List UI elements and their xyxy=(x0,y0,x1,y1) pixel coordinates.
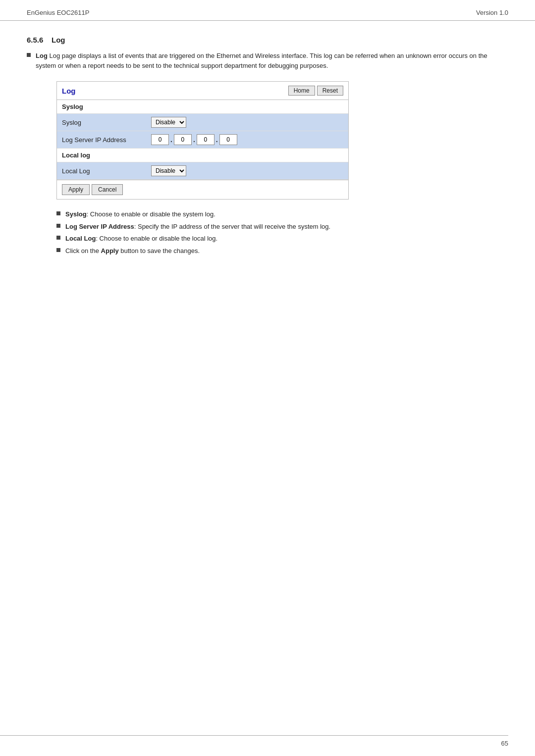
ip-octet-2[interactable] xyxy=(174,134,192,145)
section-number: 6.5.6 xyxy=(27,36,43,44)
header-version: Version 1.0 xyxy=(476,9,508,16)
ip-octet-1[interactable] xyxy=(151,134,169,145)
intro-text: Log Log page displays a list of events t… xyxy=(36,51,508,70)
ip-dot-3: . xyxy=(216,136,218,144)
local-log-select[interactable]: Disable Enable xyxy=(151,165,186,176)
intro-list: Log Log page displays a list of events t… xyxy=(27,51,508,70)
bullet-icon xyxy=(27,53,31,57)
note-local-log: Local Log: Choose to enable or disable t… xyxy=(56,234,508,244)
syslog-label: Syslog xyxy=(62,119,151,126)
ip-octet-3[interactable] xyxy=(197,134,214,145)
panel-buttons: Home Reset xyxy=(288,86,343,96)
main-content: 6.5.6 Log Log Log page displays a list o… xyxy=(0,21,535,278)
log-server-ip-row: Log Server IP Address . . . xyxy=(57,131,348,149)
note-log-server-ip: Log Server IP Address: Specify the IP ad… xyxy=(56,222,508,232)
local-log-section-label: Local log xyxy=(57,149,348,162)
ip-dot-1: . xyxy=(170,136,172,144)
note-syslog: Syslog: Choose to enable or disable the … xyxy=(56,209,508,219)
panel-footer: Apply Cancel xyxy=(57,180,348,199)
apply-button[interactable]: Apply xyxy=(62,184,90,195)
ip-control: . . . xyxy=(151,134,237,145)
local-log-control: Disable Enable xyxy=(151,165,186,176)
ip-input: . . . xyxy=(151,134,237,145)
syslog-section-label: Syslog xyxy=(57,100,348,114)
panel-header: Log Home Reset xyxy=(57,82,348,100)
header-brand: EnGenius EOC2611P xyxy=(27,9,89,16)
local-log-row: Local Log Disable Enable xyxy=(57,162,348,180)
note-apply: Click on the Apply button to save the ch… xyxy=(56,246,508,256)
notes-list: Syslog: Choose to enable or disable the … xyxy=(56,209,508,255)
syslog-row: Syslog Disable Enable xyxy=(57,114,348,131)
ip-dot-2: . xyxy=(193,136,195,144)
bullet-icon xyxy=(56,211,60,215)
local-log-label: Local Log xyxy=(62,167,151,175)
bullet-icon xyxy=(56,224,60,228)
page-header: EnGenius EOC2611P Version 1.0 xyxy=(0,0,535,21)
reset-button[interactable]: Reset xyxy=(317,86,343,96)
home-button[interactable]: Home xyxy=(288,86,315,96)
syslog-select[interactable]: Disable Enable xyxy=(151,117,186,128)
syslog-control: Disable Enable xyxy=(151,117,186,128)
intro-item: Log Log page displays a list of events t… xyxy=(27,51,508,70)
ip-octet-4[interactable] xyxy=(219,134,237,145)
note-local-log-text: Local Log: Choose to enable or disable t… xyxy=(65,234,217,244)
log-panel: Log Home Reset Syslog Syslog Disable Ena… xyxy=(56,81,349,200)
note-apply-text: Click on the Apply button to save the ch… xyxy=(65,246,200,256)
note-log-server-ip-text: Log Server IP Address: Specify the IP ad… xyxy=(65,222,330,232)
page-number: 65 xyxy=(501,740,508,747)
note-syslog-text: Syslog: Choose to enable or disable the … xyxy=(65,209,215,219)
section-heading: 6.5.6 Log xyxy=(27,36,508,44)
section-title: Log xyxy=(52,36,65,44)
cancel-button[interactable]: Cancel xyxy=(92,184,123,195)
bullet-icon xyxy=(56,248,60,252)
page-footer: 65 xyxy=(0,735,508,747)
panel-title: Log xyxy=(62,87,76,95)
log-server-ip-label: Log Server IP Address xyxy=(62,136,151,144)
bullet-icon xyxy=(56,236,60,240)
